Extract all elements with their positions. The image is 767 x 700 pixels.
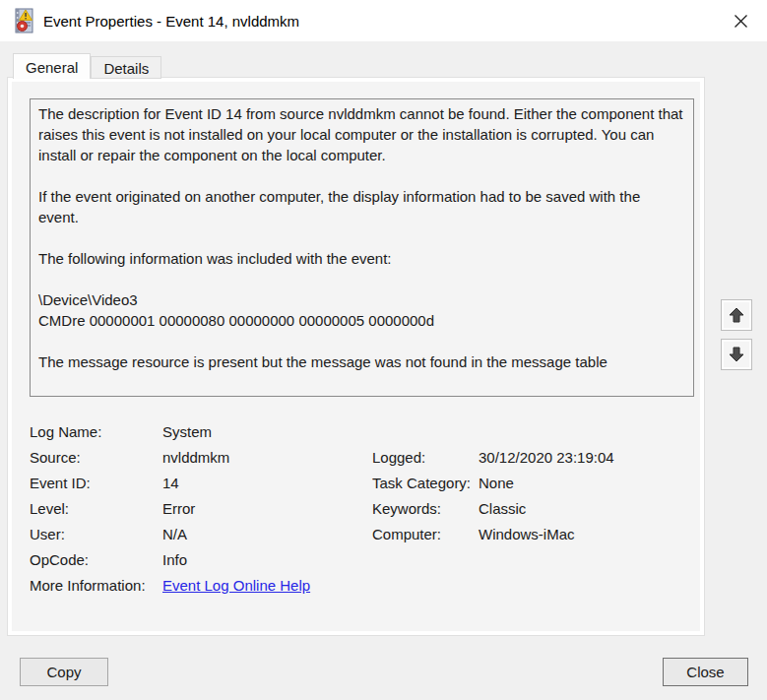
detail-label: Task Category: <box>372 475 479 491</box>
detail-label: Logged: <box>372 449 479 466</box>
detail-value: Classic <box>479 500 526 517</box>
detail-value: Windows-iMac <box>479 526 575 542</box>
detail-label: OpCode: <box>30 551 162 568</box>
detail-value: 30/12/2020 23:19:04 <box>479 449 614 466</box>
event-log-online-help-link[interactable]: Event Log Online Help <box>162 577 310 594</box>
event-description-box[interactable]: The description for Event ID 14 from sou… <box>30 98 694 397</box>
detail-row-task-category: Task Category: None <box>372 470 614 495</box>
titlebar: Event Properties - Event 14, nvlddmkm <box>0 0 767 41</box>
detail-row-log-name: Log Name: System <box>30 418 310 444</box>
detail-row-source: Source: nvlddmkm <box>30 444 310 470</box>
general-tab-page: The description for Event ID 14 from sou… <box>8 78 704 635</box>
detail-label: More Information: <box>30 577 162 594</box>
scroll-down-button[interactable] <box>721 339 752 370</box>
detail-value: nvlddmkm <box>162 449 229 466</box>
tab-details[interactable]: Details <box>91 56 161 79</box>
detail-row-computer: Computer: Windows-iMac <box>372 521 614 546</box>
detail-row-more-information: More Information: Event Log Online Help <box>30 572 310 598</box>
event-log-icon <box>13 8 34 33</box>
detail-row-opcode: OpCode: Info <box>30 546 310 572</box>
scroll-up-button[interactable] <box>721 299 752 331</box>
detail-value: N/A <box>162 526 187 542</box>
details-right-column: Logged: 30/12/2020 23:19:04 Task Categor… <box>372 444 614 546</box>
detail-value: Info <box>162 551 187 568</box>
detail-label: Level: <box>30 500 162 517</box>
detail-row-logged: Logged: 30/12/2020 23:19:04 <box>372 444 614 470</box>
detail-row-level: Level: Error <box>30 495 310 521</box>
detail-label: Event ID: <box>30 475 162 491</box>
tab-general[interactable]: General <box>13 53 91 79</box>
detail-label: Keywords: <box>372 500 479 517</box>
detail-label: Log Name: <box>30 423 162 440</box>
detail-row-user: User: N/A <box>30 521 310 546</box>
event-description-text: The description for Event ID 14 from sou… <box>31 99 693 372</box>
detail-label: Source: <box>30 449 162 466</box>
detail-row-event-id: Event ID: 14 <box>30 470 310 495</box>
window-title: Event Properties - Event 14, nvlddmkm <box>43 13 299 30</box>
detail-label: Computer: <box>372 526 479 542</box>
details-left-column: Log Name: System Source: nvlddmkm Event … <box>30 418 310 598</box>
event-properties-dialog: { "window": { "title": "Event Properties… <box>0 0 767 700</box>
close-icon[interactable] <box>722 6 759 35</box>
detail-value: 14 <box>162 475 179 491</box>
down-arrow-icon <box>727 345 746 364</box>
dialog-footer <box>0 635 767 700</box>
close-button[interactable]: Close <box>663 658 748 686</box>
detail-value: System <box>162 423 212 440</box>
detail-row-keywords: Keywords: Classic <box>372 495 614 521</box>
detail-label: User: <box>30 526 162 542</box>
up-arrow-icon <box>727 305 746 325</box>
detail-value: None <box>479 475 514 491</box>
copy-button[interactable]: Copy <box>20 658 108 686</box>
detail-value: Error <box>162 500 195 517</box>
tab-strip: General Details <box>13 52 161 78</box>
